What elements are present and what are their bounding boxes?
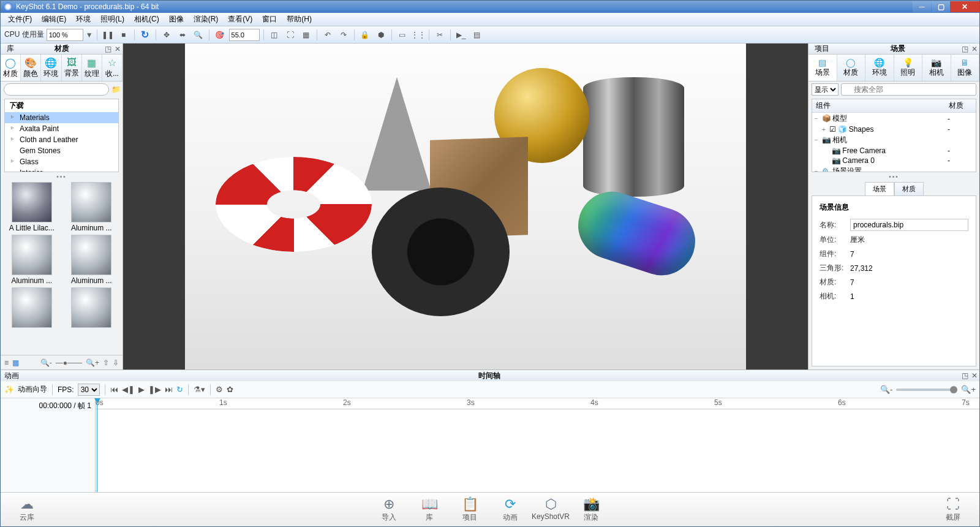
panel-close-icon[interactable]: ✕ <box>970 45 979 53</box>
console-button[interactable]: ▶_ <box>454 28 468 42</box>
import-button[interactable]: ⊕导入 <box>369 496 409 523</box>
download-icon[interactable]: ⇩ <box>113 358 119 367</box>
redo-button[interactable]: ↷ <box>337 28 350 42</box>
proj-tab-image[interactable]: 🖥图像 <box>951 55 980 81</box>
nodes-button[interactable]: ⋮⋮ <box>412 28 425 42</box>
tree-item-materials[interactable]: Materials <box>5 112 118 123</box>
animation-tab[interactable]: 动画 <box>1 371 19 381</box>
panel-popout-icon[interactable]: ◳ <box>960 371 970 380</box>
material-category-tree[interactable]: 下载 Materials Axalta Paint Cloth and Leat… <box>4 99 119 172</box>
proj-tab-material[interactable]: ◯材质 <box>837 55 866 81</box>
grid-view-icon[interactable]: ▦ <box>12 358 19 367</box>
lib-tab-environments[interactable]: 🌐环境 <box>41 55 61 81</box>
library-search-input[interactable] <box>4 83 109 96</box>
subtab-scene[interactable]: 场景 <box>865 182 894 195</box>
anim-settings-button[interactable]: ⚙ <box>216 385 223 394</box>
filter-button[interactable]: ⚗▾ <box>194 385 205 394</box>
tree-row-free-camera[interactable]: 📷 Free Camera- <box>812 146 976 156</box>
lib-tab-favorites[interactable]: ☆收... <box>102 55 123 81</box>
resize-handle-icon[interactable]: ••• <box>1 173 123 180</box>
proj-tab-environment[interactable]: 🌐环境 <box>865 55 894 81</box>
window-maximize-button[interactable]: ▢ <box>932 1 950 12</box>
proj-tab-camera[interactable]: 📷相机 <box>922 55 951 81</box>
undo-button[interactable]: ↶ <box>321 28 334 42</box>
menu-image[interactable]: 图像 <box>164 12 189 26</box>
pause-button[interactable]: ❚❚ <box>101 28 115 42</box>
tree-item-cloth[interactable]: Cloth and Leather <box>5 134 118 145</box>
folder-add-icon[interactable]: 📁 <box>111 85 121 94</box>
timeline-zoom-in-icon[interactable]: 🔍+ <box>961 385 976 394</box>
resize-handle-icon[interactable]: ••• <box>809 173 979 180</box>
material-thumb[interactable]: Aluminum ... <box>4 235 59 285</box>
render-viewport[interactable] <box>123 44 808 370</box>
panel-close-icon[interactable]: ✕ <box>113 45 123 53</box>
timeline-ruler[interactable]: 0s 1s 2s 3s 4s 5s 6s 7s <box>96 398 979 409</box>
lib-tab-materials[interactable]: ◯材质 <box>1 55 21 81</box>
material-thumb[interactable]: A Little Lilac... <box>4 182 59 232</box>
project-tab[interactable]: 项目 <box>809 44 835 54</box>
timeline-playhead[interactable] <box>97 398 97 492</box>
zoom-in-icon[interactable]: 🔍+ <box>86 358 99 367</box>
lock-button[interactable]: 🔒 <box>358 28 372 42</box>
tree-col-component[interactable]: 组件 <box>812 99 945 113</box>
lib-tab-backplates[interactable]: 🖼背景 <box>62 55 82 81</box>
subtab-material[interactable]: 材质 <box>894 182 924 195</box>
panel-popout-icon[interactable]: ◳ <box>103 45 113 53</box>
goto-end-button[interactable]: ⏭ <box>165 385 173 394</box>
project-button[interactable]: 📋项目 <box>450 496 490 523</box>
tree-row-scene-settings[interactable]: −⚙ 场景设置 <box>812 165 976 172</box>
tree-item-axalta[interactable]: Axalta Paint <box>5 123 118 134</box>
scene-tree[interactable]: 组件材质 −📦 模型- +☑ 🧊 Shapes- −📷 相机 📷 Free Ca… <box>812 99 976 172</box>
cpu-usage-combo[interactable] <box>47 29 83 41</box>
dolly-button[interactable]: 🔍 <box>192 28 205 42</box>
settings-button[interactable]: ▤ <box>470 28 484 42</box>
perspective-button[interactable]: ◫ <box>268 28 281 42</box>
list-view-icon[interactable]: ≡ <box>4 358 9 367</box>
menu-camera[interactable]: 相机(C) <box>129 12 164 26</box>
anim-gear2-button[interactable]: ✿ <box>227 385 233 394</box>
menu-window[interactable]: 窗口 <box>257 12 282 26</box>
timeline-zoom-slider[interactable] <box>896 389 957 391</box>
menu-render[interactable]: 渲染(R) <box>189 12 224 26</box>
loop-button[interactable]: ↻ <box>176 385 183 394</box>
timeline-zoom-out-icon[interactable]: 🔍- <box>880 385 892 394</box>
refresh-button[interactable]: ↻ <box>138 28 152 42</box>
cloud-library-button[interactable]: ☁云库 <box>7 496 47 523</box>
goto-start-button[interactable]: ⏮ <box>110 385 118 394</box>
lib-tab-textures[interactable]: ▦纹理 <box>82 55 102 81</box>
grid-button[interactable]: ▦ <box>300 28 313 42</box>
panel-close-icon[interactable]: ✕ <box>970 371 979 380</box>
proj-tab-scene[interactable]: ▤场景 <box>809 55 837 81</box>
menu-environment[interactable]: 环境 <box>71 12 96 26</box>
pan-button[interactable]: ⬌ <box>176 28 189 42</box>
material-thumb[interactable] <box>64 287 119 329</box>
screenshot-button[interactable]: ⛶截屏 <box>933 496 973 523</box>
tree-row-cameras[interactable]: −📷 相机 <box>812 134 976 146</box>
zoom-extents-button[interactable]: ⛶ <box>284 28 297 42</box>
library-tab[interactable]: 库 <box>1 44 20 54</box>
upload-icon[interactable]: ⇧ <box>103 358 109 367</box>
step-forward-button[interactable]: ❚▶ <box>148 385 161 394</box>
focal-length-input[interactable] <box>229 29 260 41</box>
menu-view[interactable]: 查看(V) <box>223 12 257 26</box>
tumble-button[interactable]: ✥ <box>160 28 173 42</box>
tool-a-button[interactable]: ✂ <box>433 28 447 42</box>
window-close-button[interactable]: ✕ <box>950 1 979 12</box>
menu-lighting[interactable]: 照明(L) <box>96 12 129 26</box>
tree-row-shapes[interactable]: +☑ 🧊 Shapes- <box>812 124 976 134</box>
tree-row-models[interactable]: −📦 模型- <box>812 113 976 125</box>
stop-button[interactable]: ■ <box>117 28 130 42</box>
panel-popout-icon[interactable]: ◳ <box>960 45 970 53</box>
material-thumb[interactable]: Aluminum ... <box>64 235 119 285</box>
tree-item-glass[interactable]: Glass <box>5 156 118 167</box>
zoom-out-icon[interactable]: 🔍- <box>40 358 52 367</box>
render-button[interactable]: 📸渲染 <box>571 496 611 523</box>
geometry-button[interactable]: ⬢ <box>374 28 388 42</box>
scene-search-input[interactable] <box>841 83 976 96</box>
material-thumb[interactable]: Aluminum ... <box>64 182 119 232</box>
region-button[interactable]: ▭ <box>396 28 409 42</box>
tree-row-camera0[interactable]: 📷 Camera 0- <box>812 156 976 165</box>
menu-edit[interactable]: 编辑(E) <box>37 12 71 26</box>
step-back-button[interactable]: ◀❚ <box>122 385 135 394</box>
proj-tab-lighting[interactable]: 💡照明 <box>894 55 923 81</box>
